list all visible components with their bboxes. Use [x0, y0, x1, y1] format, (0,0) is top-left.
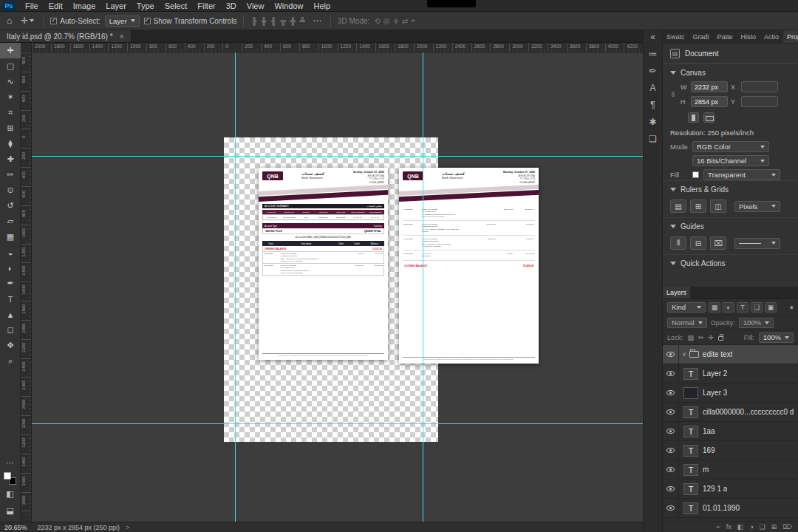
crop-tool[interactable]: ⌗	[0, 105, 21, 120]
layer-row-m[interactable]: Tm	[663, 460, 798, 480]
tab-swatc[interactable]: Swatc	[663, 30, 689, 43]
history-panel-icon[interactable]: ≔	[649, 50, 658, 58]
canvas-section-header[interactable]: Canvas	[663, 64, 798, 80]
home-icon[interactable]: ⌂	[4, 16, 14, 26]
new-guide-icon[interactable]: ⫴	[670, 236, 686, 250]
brush-tool[interactable]: ✏	[0, 167, 21, 183]
screen-mode-icon[interactable]: ⬓	[0, 503, 21, 519]
visibility-toggle[interactable]	[663, 460, 679, 479]
canvas-area[interactable]: QNB كشف حساب Bank Statement Sunday, Octo…	[32, 52, 643, 522]
document-tab[interactable]: Italy id.psd @ 20.7% (RGB/16) * ×	[0, 30, 132, 42]
menu-help[interactable]: Help	[309, 0, 336, 12]
align-icon-4[interactable]: ╬	[290, 17, 296, 25]
ruler-corner[interactable]	[21, 43, 32, 52]
layer-row-129-1-a[interactable]: T129 1 a	[663, 480, 798, 499]
tab-patte[interactable]: Patte	[714, 30, 737, 43]
healing-brush-tool[interactable]: ✚	[0, 151, 21, 167]
show-transform-checkbox[interactable]: Show Transform Controls	[144, 17, 237, 25]
toggle-guides-icon[interactable]: ◫	[710, 200, 726, 213]
glyphs-panel-icon[interactable]: ✱	[649, 117, 656, 126]
layer-row-1aa[interactable]: T1aa	[663, 422, 798, 441]
fill-swatch[interactable]	[692, 171, 699, 178]
guide-horizontal-2[interactable]	[32, 423, 643, 424]
collapse-panels-icon[interactable]: «	[650, 33, 655, 41]
more-options-icon[interactable]: ⋯	[310, 16, 324, 26]
menu-type[interactable]: Type	[132, 0, 160, 12]
menu-view[interactable]: View	[242, 0, 270, 12]
filter-kind-dropdown[interactable]: Kind	[667, 302, 706, 313]
layer-row-edite-text[interactable]: ∨edite text	[663, 345, 798, 364]
zoom-tool[interactable]: ⌕	[0, 353, 21, 369]
eyedropper-tool[interactable]: ⧫	[0, 136, 21, 151]
tab-actio[interactable]: Actio	[760, 30, 783, 43]
filter-smart-objects-icon[interactable]: ▣	[765, 302, 777, 313]
visibility-toggle[interactable]	[663, 441, 679, 460]
filter-group-layers-icon[interactable]: ❏	[751, 302, 763, 313]
tab-layers[interactable]: Layers	[663, 287, 691, 299]
tab-gradi[interactable]: Gradi	[689, 30, 714, 43]
rulers-grids-section-header[interactable]: Rulers & Grids	[663, 180, 798, 197]
paragraph-panel-icon[interactable]: ¶	[650, 100, 655, 109]
guide-layout-icon[interactable]: ⊟	[690, 236, 706, 250]
layer-row-cilla0000000-ccccccccc0-d[interactable]: Tcilla0000000...ccccccccc0 d	[663, 403, 798, 422]
lock-all-icon[interactable]	[718, 336, 723, 341]
menu-image[interactable]: Image	[68, 0, 101, 12]
3d-mode-icon-4[interactable]: ⌖	[411, 16, 415, 25]
foreground-color-swatch[interactable]	[4, 472, 11, 480]
zoom-level-field[interactable]: 20.65%	[4, 524, 27, 531]
menu-filter[interactable]: Filter	[192, 0, 220, 12]
layer-mask-icon[interactable]: ◧	[737, 523, 744, 531]
filter-toggle-icon[interactable]: ●	[790, 304, 794, 311]
move-tool[interactable]: ✛	[0, 43, 21, 58]
character-panel-icon[interactable]: A	[649, 83, 655, 92]
guide-style-dropdown[interactable]	[734, 238, 780, 249]
auto-select-target-dropdown[interactable]: Layer	[105, 16, 140, 27]
dodge-tool[interactable]: ◐	[0, 260, 21, 276]
opacity-dropdown[interactable]: 100%	[739, 318, 774, 328]
3d-mode-icon-0[interactable]: ⟲	[374, 17, 380, 25]
tab-histo[interactable]: Histo	[737, 30, 761, 43]
visibility-toggle[interactable]	[663, 422, 679, 440]
landscape-icon[interactable]	[703, 112, 715, 123]
brushes-panel-icon[interactable]: ✏	[649, 66, 656, 75]
menu-file[interactable]: File	[20, 0, 44, 12]
guide-horizontal-1[interactable]	[32, 156, 643, 157]
fill-dropdown[interactable]: Transparent	[703, 169, 780, 180]
3d-mode-icon-2[interactable]: ✛	[392, 17, 398, 25]
align-icon-3[interactable]: ╦	[280, 17, 287, 25]
width-field[interactable]: 2232 px	[691, 81, 728, 92]
quick-mask-icon[interactable]: ◧	[0, 486, 21, 502]
libraries-panel-icon[interactable]: ❏	[649, 134, 657, 143]
lock-pixels-icon[interactable]: ✏	[698, 334, 704, 341]
color-swatches[interactable]	[4, 472, 16, 485]
3d-mode-icon-3[interactable]: ⇄	[402, 17, 408, 25]
layer-row-01-01-1990[interactable]: T01.01.1990	[663, 499, 798, 518]
shape-tool[interactable]: ◻	[0, 322, 21, 338]
units-dropdown[interactable]: Pixels	[734, 201, 780, 212]
color-mode-dropdown[interactable]: RGB Color	[692, 141, 769, 152]
edit-toolbar-icon[interactable]: ⋯	[0, 455, 21, 471]
path-selection-tool[interactable]: ▲	[0, 307, 21, 322]
gradient-tool[interactable]: ▦	[0, 229, 21, 245]
visibility-toggle[interactable]	[663, 480, 679, 498]
layer-group-icon[interactable]: ❏	[760, 523, 765, 531]
layer-row-169[interactable]: T169	[663, 441, 798, 460]
toggle-grid-icon[interactable]: ⊞	[690, 200, 706, 213]
lock-transparency-icon[interactable]: ▨	[688, 334, 695, 341]
quick-actions-section-header[interactable]: Quick Actions	[663, 254, 798, 270]
guides-section-header[interactable]: Guides	[663, 217, 798, 233]
link-dimensions-icon[interactable]: ∞	[669, 90, 678, 99]
align-icon-1[interactable]: ╫	[260, 17, 267, 25]
object-selection-tool[interactable]: ✶	[0, 89, 21, 105]
expand-chevron-icon[interactable]: ∨	[682, 351, 686, 358]
layer-effects-icon[interactable]: fx	[726, 523, 732, 531]
visibility-toggle[interactable]	[663, 403, 679, 421]
filter-adjustment-layers-icon[interactable]: ◐	[723, 302, 734, 313]
guide-vertical-1[interactable]	[235, 52, 236, 522]
menu-layer[interactable]: Layer	[100, 0, 132, 12]
marquee-tool[interactable]: ▢	[0, 58, 21, 74]
document-info[interactable]: 2232 px x 2854 px (250 ppi) >	[38, 524, 130, 531]
blend-mode-dropdown[interactable]: Normal	[667, 318, 707, 328]
new-layer-icon[interactable]: ⊞	[771, 523, 777, 531]
filter-pixel-layers-icon[interactable]: ▦	[709, 302, 720, 313]
